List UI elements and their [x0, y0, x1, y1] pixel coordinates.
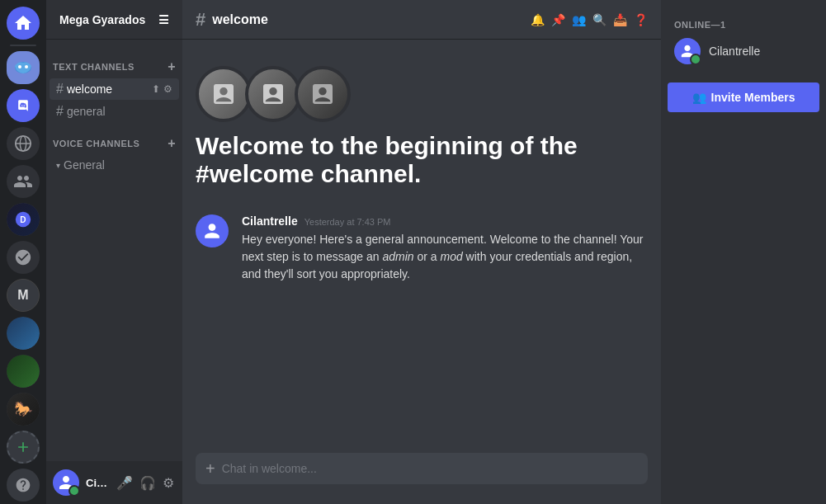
- server-list: D M 🐎: [0, 0, 46, 504]
- channels-list: TEXT CHANNELS + # welcome ⬆ ⚙ # general …: [46, 40, 182, 461]
- server-name-bar[interactable]: Mega Gyarados ☰: [46, 0, 182, 40]
- user-bar-avatar: [53, 469, 79, 496]
- invite-icon[interactable]: ⬆: [152, 83, 160, 95]
- server-icon-img2[interactable]: [7, 355, 40, 388]
- chat-header: # welcome 🔔 📌 👥 🔍 📥 ❓: [182, 0, 661, 40]
- server-icon-gyarados[interactable]: [7, 51, 40, 84]
- server-divider: [10, 45, 36, 46]
- svg-point-2: [25, 65, 28, 68]
- server-name: Mega Gyarados: [59, 13, 145, 26]
- voice-channel-name: General: [64, 158, 105, 172]
- message-group: Cilantrelle Yesterday at 7:43 PM Hey eve…: [196, 214, 648, 283]
- channel-begin: Welcome to the beginning of the #welcome…: [196, 53, 648, 214]
- members-section-title: ONLINE—1: [668, 13, 819, 33]
- channel-actions: ⬆ ⚙: [152, 83, 172, 95]
- voice-channels-label: VOICE CHANNELS: [53, 139, 139, 148]
- member-name-cilantrelle: Cilantrelle: [709, 45, 760, 58]
- user-bar-actions: 🎤 🎧 ⚙: [115, 473, 176, 492]
- server-icon-img1[interactable]: [7, 317, 40, 350]
- chat-input-area: +: [182, 453, 661, 504]
- chat-header-channel-name: welcome: [212, 12, 268, 27]
- chat-input[interactable]: [222, 453, 638, 484]
- member-avatar-cilantrelle: [674, 38, 701, 64]
- server-icon-add[interactable]: [7, 431, 40, 464]
- server-icon-letter-m[interactable]: M: [7, 279, 40, 312]
- welcome-circle-1: [196, 66, 252, 122]
- invite-icon: 👥: [692, 91, 706, 104]
- server-icon-game[interactable]: D: [7, 203, 40, 236]
- channel-name-welcome: welcome: [67, 82, 112, 96]
- welcome-circle-2: [245, 66, 301, 122]
- members-icon[interactable]: 👥: [572, 13, 586, 26]
- text-channels-label: TEXT CHANNELS: [53, 62, 135, 72]
- channel-item-welcome[interactable]: # welcome ⬆ ⚙: [50, 78, 179, 100]
- user-bar-info: Cilantrelle: [86, 477, 108, 489]
- channel-hash-icon: #: [56, 82, 64, 97]
- message-header: Cilantrelle Yesterday at 7:43 PM: [242, 214, 648, 228]
- server-icon-discord[interactable]: [7, 89, 40, 122]
- help-icon[interactable]: ❓: [634, 13, 648, 26]
- user-bar-name: Cilantrelle: [86, 477, 108, 489]
- bell-icon[interactable]: 🔔: [531, 13, 545, 26]
- member-item-cilantrelle[interactable]: Cilantrelle: [668, 33, 819, 69]
- svg-point-1: [18, 65, 21, 68]
- chat-messages: Welcome to the beginning of the #welcome…: [182, 40, 661, 453]
- text-channels-category: TEXT CHANNELS +: [46, 46, 182, 78]
- members-sidebar: ONLINE—1 Cilantrelle 👥 Invite Members: [661, 0, 826, 504]
- add-voice-channel-button[interactable]: +: [168, 136, 176, 151]
- add-text-channel-button[interactable]: +: [168, 59, 176, 74]
- attach-icon[interactable]: +: [205, 459, 215, 478]
- server-icon-globe[interactable]: [7, 127, 40, 160]
- settings-icon[interactable]: ⚙: [163, 83, 172, 95]
- voice-channel-general[interactable]: ▾ General: [50, 155, 179, 175]
- channel-begin-link: #welcome: [196, 160, 314, 187]
- message-time: Yesterday at 7:43 PM: [304, 217, 391, 227]
- server-icon-home[interactable]: [7, 7, 40, 40]
- channel-sidebar: Mega Gyarados ☰ TEXT CHANNELS + # welcom…: [46, 0, 182, 504]
- server-icon-community[interactable]: [7, 241, 40, 274]
- inbox-icon[interactable]: 📥: [613, 13, 627, 26]
- chat-header-hash: #: [196, 9, 205, 31]
- server-icon-help[interactable]: [7, 469, 40, 502]
- invite-label: Invite Members: [711, 91, 795, 104]
- channel-hash-icon-general: #: [56, 104, 64, 119]
- chat-input-box: +: [196, 453, 648, 484]
- user-bar: Cilantrelle 🎤 🎧 ⚙: [46, 461, 182, 504]
- mute-button[interactable]: 🎤: [115, 473, 135, 492]
- server-icon-img3[interactable]: 🐎: [7, 393, 40, 426]
- main-content: # welcome 🔔 📌 👥 🔍 📥 ❓ Welcome to the beg: [182, 0, 661, 504]
- message-content: Cilantrelle Yesterday at 7:43 PM Hey eve…: [242, 214, 648, 283]
- hamburger-icon: ☰: [158, 13, 169, 26]
- pin-icon[interactable]: 📌: [551, 13, 565, 26]
- message-author: Cilantrelle: [242, 214, 298, 228]
- voice-arrow-icon: ▾: [56, 161, 60, 170]
- channel-name-general: general: [67, 105, 106, 118]
- server-icon-users[interactable]: [7, 165, 40, 198]
- channel-begin-title: Welcome to the beginning of the #welcome…: [196, 132, 648, 188]
- search-icon[interactable]: 🔍: [592, 13, 607, 26]
- settings-button[interactable]: ⚙: [161, 473, 176, 492]
- svg-text:D: D: [20, 215, 26, 224]
- welcome-circle-3: [295, 66, 351, 122]
- welcome-circles: [196, 66, 648, 122]
- channel-item-general[interactable]: # general: [50, 101, 179, 122]
- message-text: Hey everyone! Here's a general announcem…: [242, 231, 648, 283]
- deafen-button[interactable]: 🎧: [138, 473, 158, 492]
- voice-channels-category: VOICE CHANNELS +: [46, 123, 182, 154]
- message-avatar: [196, 214, 229, 247]
- invite-members-button[interactable]: 👥 Invite Members: [668, 82, 819, 112]
